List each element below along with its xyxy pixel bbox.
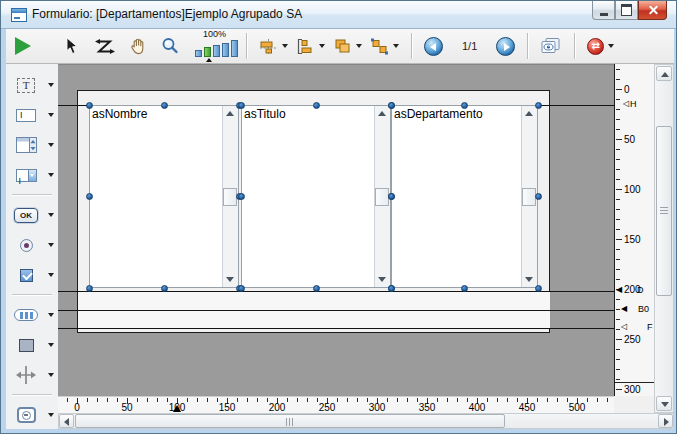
dropdown-arrow-icon[interactable] — [48, 173, 54, 177]
selection-handle[interactable] — [461, 285, 468, 292]
scroll-right-button[interactable] — [658, 414, 673, 428]
horizontal-scrollbar[interactable] — [58, 413, 674, 429]
selection-handle[interactable] — [86, 193, 93, 200]
dropdown-arrow-icon[interactable] — [48, 413, 54, 417]
toolbox-plugin-area-tool[interactable] — [6, 400, 58, 430]
ruler-tick — [607, 398, 608, 402]
toolbox-button-tool[interactable]: OK — [6, 200, 58, 230]
dropdown-arrow-icon[interactable] — [48, 273, 54, 277]
toolbox-splitter-tool[interactable] — [6, 360, 58, 390]
dropdown-arrow-icon[interactable] — [48, 373, 54, 377]
combobox-icon: I — [16, 169, 37, 182]
selection-handle[interactable] — [161, 285, 168, 292]
toolbox-button-grid-tool[interactable] — [6, 300, 58, 330]
level-menu-button[interactable] — [333, 38, 362, 55]
toolbox-rectangle-tool[interactable] — [6, 330, 58, 360]
selection-handle[interactable] — [313, 102, 320, 109]
title-bar[interactable]: Formulario: [Departamentos]Ejemplo Agrup… — [1, 1, 676, 29]
ruler-tick — [616, 239, 622, 240]
dropdown-arrow-icon[interactable] — [282, 44, 288, 48]
fields-menu-button[interactable] — [587, 38, 614, 55]
selection-handle[interactable] — [238, 102, 245, 109]
selection-handle[interactable] — [461, 102, 468, 109]
scroll-down-button[interactable] — [656, 396, 672, 411]
scroll-up-icon[interactable] — [378, 111, 386, 116]
preview-eye-icon — [540, 37, 562, 55]
scroll-down-icon[interactable] — [226, 277, 234, 282]
listbox-label: asTitulo — [244, 107, 286, 121]
scroll-thumb[interactable] — [223, 188, 237, 206]
move-tool-button[interactable] — [129, 37, 147, 55]
selection-handle[interactable] — [535, 193, 542, 200]
scroll-down-icon[interactable] — [525, 277, 533, 282]
ruler-tick — [616, 229, 620, 230]
form-canvas[interactable]: asNombreasTituloasDepartamento — [58, 64, 614, 396]
vertical-scroll-thumb[interactable] — [656, 126, 672, 296]
section-marker-D[interactable]: ◀D — [615, 285, 654, 295]
selection-handle[interactable] — [238, 193, 245, 200]
toolbox-listbox-tool[interactable] — [6, 130, 58, 160]
execute-form-button[interactable] — [15, 37, 31, 55]
selection-handle[interactable] — [535, 102, 542, 109]
display-preview-button[interactable] — [540, 37, 562, 55]
selection-handle[interactable] — [388, 285, 395, 292]
scroll-up-icon[interactable] — [525, 111, 533, 116]
scroll-left-button[interactable] — [59, 414, 74, 428]
vertical-scrollbar[interactable] — [654, 64, 674, 413]
toolbox-checkbox-tool[interactable] — [6, 260, 58, 290]
selection-handle[interactable] — [388, 102, 395, 109]
listbox-object[interactable]: asNombre — [89, 105, 239, 288]
scroll-thumb[interactable] — [375, 188, 389, 206]
dropdown-arrow-icon[interactable] — [393, 44, 399, 48]
dropdown-arrow-icon[interactable] — [48, 83, 54, 87]
scroll-thumb[interactable] — [522, 188, 536, 206]
dropdown-arrow-icon[interactable] — [48, 213, 54, 217]
entry-order-button[interactable] — [94, 38, 115, 55]
dropdown-arrow-icon[interactable] — [608, 44, 614, 48]
select-tool-button[interactable] — [63, 37, 78, 55]
close-button[interactable] — [638, 1, 667, 20]
listbox-object[interactable]: asDepartamento — [391, 105, 538, 288]
maximize-button[interactable] — [615, 1, 638, 20]
horizontal-scroll-thumb[interactable] — [75, 414, 505, 428]
zoom-tool-button[interactable] — [161, 37, 179, 55]
toolbox-radio-button-tool[interactable] — [6, 230, 58, 260]
dropdown-arrow-icon[interactable] — [48, 113, 54, 117]
ruler-tick — [616, 169, 620, 170]
section-marker-F[interactable]: ◁F — [615, 322, 654, 332]
selection-handle[interactable] — [388, 193, 395, 200]
selection-handle[interactable] — [161, 102, 168, 109]
section-marker-B0[interactable]: ◀B0 — [615, 304, 654, 314]
dropdown-arrow-icon[interactable] — [48, 343, 54, 347]
toolbox-separator — [12, 394, 52, 395]
minimize-button[interactable] — [592, 1, 615, 20]
group-menu-button[interactable] — [370, 38, 399, 55]
selection-handle[interactable] — [535, 285, 542, 292]
distribute-menu-button[interactable] — [296, 38, 325, 55]
previous-page-button[interactable] — [424, 37, 443, 56]
dropdown-arrow-icon[interactable] — [48, 313, 54, 317]
toolbox-text-tool[interactable]: T — [6, 70, 58, 100]
dropdown-arrow-icon[interactable] — [48, 143, 54, 147]
listbox-icon — [16, 137, 37, 153]
selection-handle[interactable] — [238, 285, 245, 292]
align-menu-button[interactable] — [259, 38, 288, 55]
listbox-object[interactable]: asTitulo — [241, 105, 391, 288]
dropdown-arrow-icon[interactable] — [356, 44, 362, 48]
selection-handle[interactable] — [313, 285, 320, 292]
ruler-tick — [616, 69, 620, 70]
toolbox-input-tool[interactable]: I — [6, 100, 58, 130]
toolbox-combobox-tool[interactable]: I — [6, 160, 58, 190]
dropdown-arrow-icon[interactable] — [319, 44, 325, 48]
zoom-level-control[interactable]: 100% — [195, 30, 238, 62]
scroll-up-icon[interactable] — [226, 111, 234, 116]
selection-handle[interactable] — [86, 285, 93, 292]
page-indicator: 1/1 — [462, 40, 477, 52]
selection-handle[interactable] — [86, 102, 93, 109]
scroll-down-icon[interactable] — [378, 277, 386, 282]
next-page-button[interactable] — [496, 37, 515, 56]
dropdown-arrow-icon[interactable] — [48, 243, 54, 247]
scroll-up-button[interactable] — [656, 66, 672, 81]
section-marker-H[interactable]: ◁H — [615, 99, 654, 109]
zoom-bars-icon[interactable] — [195, 40, 238, 57]
